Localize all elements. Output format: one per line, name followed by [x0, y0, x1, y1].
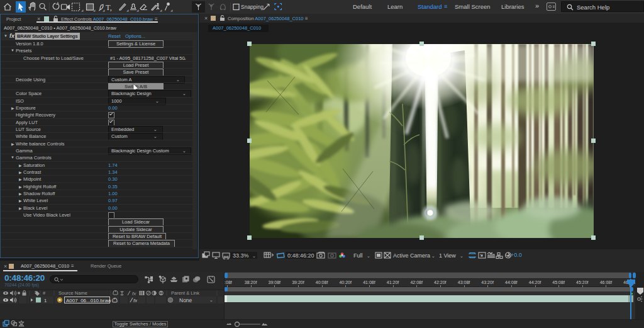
svg-text:A007_06...010.braw: A007_06...010.braw: [66, 298, 111, 303]
svg-text:Parent & Link: Parent & Link: [171, 290, 199, 296]
svg-text:⌄: ⌄: [431, 254, 435, 258]
svg-text:#: #: [43, 290, 46, 296]
svg-text:◢: ◢: [103, 9, 105, 12]
svg-text:fx: fx: [133, 298, 138, 303]
svg-text:1 View: 1 View: [439, 252, 456, 259]
svg-text:◢: ◢: [170, 9, 173, 12]
svg-text:◢: ◢: [160, 9, 162, 12]
svg-text:None: None: [179, 297, 192, 303]
svg-text:⌄: ⌄: [252, 254, 256, 258]
svg-text:Full: Full: [353, 252, 363, 259]
svg-text:⌄: ⌄: [460, 254, 464, 258]
svg-text:◢: ◢: [126, 9, 129, 12]
svg-text:⌄: ⌄: [367, 254, 370, 258]
svg-text:⌄: ⌄: [209, 298, 213, 302]
svg-text:33.3%: 33.3%: [233, 252, 249, 259]
svg-text:◢: ◢: [93, 9, 96, 12]
svg-text:fx: fx: [132, 291, 136, 297]
svg-text:Snapping: Snapping: [241, 4, 264, 10]
svg-text:Source Name: Source Name: [58, 290, 87, 296]
svg-text:T,: T,: [106, 3, 112, 12]
svg-text:0:48:46:20: 0:48:46:20: [287, 252, 314, 259]
svg-text:1: 1: [44, 298, 47, 303]
svg-text:Active Camera: Active Camera: [393, 252, 430, 259]
svg-text:◢: ◢: [136, 9, 139, 12]
svg-text:◢: ◢: [81, 9, 84, 12]
